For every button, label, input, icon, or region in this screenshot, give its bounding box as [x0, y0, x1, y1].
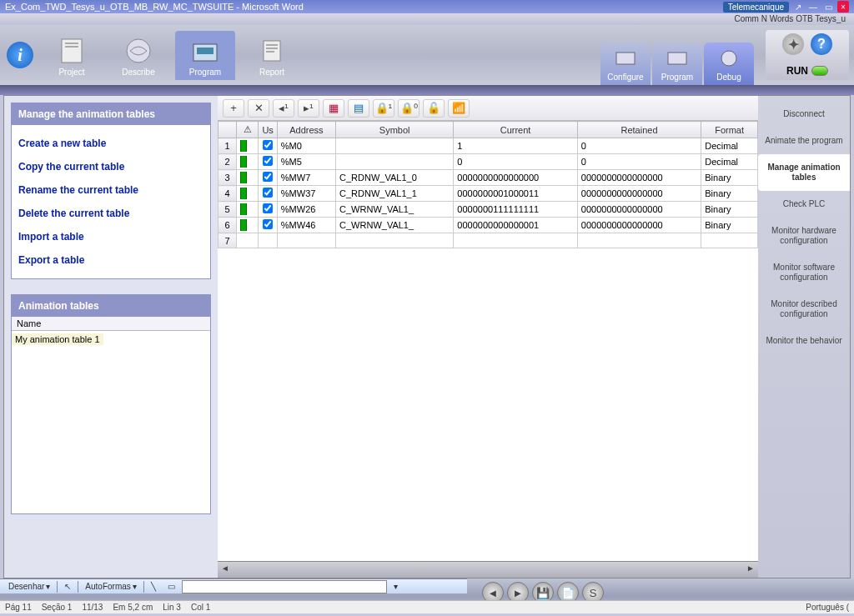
current-cell[interactable]: 0000000001000011 — [454, 186, 577, 202]
tab-configure[interactable]: Configure — [600, 43, 651, 85]
retained-cell[interactable]: 0000000000000000 — [577, 170, 701, 186]
retained-cell[interactable] — [577, 233, 701, 248]
rp-monitor-behavior[interactable]: Monitor the behavior — [758, 328, 850, 354]
address-cell[interactable]: %M0 — [277, 138, 335, 154]
row-number[interactable]: 4 — [219, 186, 237, 202]
row-number[interactable]: 5 — [219, 202, 237, 218]
rp-animate-program[interactable]: Animate the program — [758, 128, 850, 154]
col-us[interactable]: Us — [259, 122, 277, 138]
use-checkbox[interactable] — [259, 218, 277, 233]
use-checkbox[interactable] — [259, 202, 277, 218]
tab-debug[interactable]: Debug — [704, 43, 754, 85]
rp-monitor-described[interactable]: Monitor described configuration — [758, 291, 850, 328]
symbol-cell[interactable]: C_WRNW_VAL1_ — [336, 218, 454, 233]
maximize-icon[interactable]: ▭ — [822, 1, 834, 13]
prev-button[interactable]: ◂¹ — [273, 99, 294, 118]
retained-cell[interactable]: 0000000000000000 — [577, 186, 701, 202]
toggle-b-button[interactable]: ▤ — [348, 99, 369, 118]
table-row[interactable]: 4%MW37C_RDNW_VAL1_1000000000100001100000… — [219, 186, 758, 202]
lock0-button[interactable]: 🔒⁰ — [398, 99, 419, 118]
cmd-delete-table[interactable]: Delete the current table — [17, 202, 205, 225]
current-cell[interactable]: 0000000111111111 — [454, 202, 577, 218]
cmd-rename-table[interactable]: Rename the current table — [17, 178, 205, 202]
row-number[interactable]: 7 — [219, 233, 237, 248]
address-cell[interactable]: %MW46 — [277, 218, 335, 233]
nav-describe[interactable]: Describe — [108, 31, 168, 80]
col-format[interactable]: Format — [701, 122, 758, 138]
retained-cell[interactable]: 0 — [577, 154, 701, 170]
address-cell[interactable]: %MW7 — [277, 170, 335, 186]
use-checkbox[interactable] — [259, 186, 277, 202]
address-cell[interactable]: %MW26 — [277, 202, 335, 218]
col-current[interactable]: Current — [454, 122, 577, 138]
symbol-cell[interactable]: C_RDNW_VAL1_0 — [336, 170, 454, 186]
unlock-button[interactable]: 🔓 — [423, 99, 445, 118]
address-cell[interactable]: %MW37 — [277, 186, 335, 202]
line-tool-icon[interactable]: ╲ — [146, 582, 161, 591]
horizontal-scrollbar[interactable] — [218, 561, 758, 578]
col-rownum[interactable] — [219, 122, 237, 138]
cmd-import-table[interactable]: Import a table — [17, 225, 205, 248]
minimize-icon[interactable]: — — [807, 1, 819, 13]
tab-program[interactable]: Program — [652, 43, 702, 85]
delete-row-button[interactable]: ✕ — [248, 99, 269, 118]
rp-disconnect[interactable]: Disconnect — [758, 101, 850, 128]
col-address[interactable]: Address — [277, 122, 335, 138]
settings-button[interactable]: ✦ — [782, 33, 804, 55]
info-button[interactable]: i — [7, 42, 33, 68]
table-row[interactable]: 3%MW7C_RDNW_VAL1_00000000000000000000000… — [219, 170, 758, 186]
rp-monitor-sw[interactable]: Monitor software configuration — [758, 254, 850, 291]
current-cell[interactable]: 0 — [454, 154, 577, 170]
rp-manage-animation-tables[interactable]: Manage animation tables — [758, 154, 850, 191]
use-checkbox[interactable] — [259, 233, 277, 248]
format-cell[interactable] — [701, 233, 758, 248]
help-button[interactable]: ? — [811, 33, 832, 55]
use-checkbox[interactable] — [259, 170, 277, 186]
address-cell[interactable] — [277, 233, 335, 248]
animation-table-item[interactable]: My animation table 1 — [12, 333, 103, 345]
broadcast-button[interactable]: 📶 — [448, 99, 470, 118]
dropdown-icon[interactable]: ▾ — [389, 582, 403, 591]
retained-cell[interactable]: 0 — [577, 138, 701, 154]
col-warn[interactable]: ⚠ — [237, 122, 259, 138]
cmd-copy-table[interactable]: Copy the current table — [17, 155, 205, 178]
rp-monitor-hw[interactable]: Monitor hardware configuration — [758, 218, 850, 254]
address-cell[interactable]: %M5 — [277, 154, 335, 170]
name-column-header[interactable]: Name — [12, 317, 210, 331]
col-retained[interactable]: Retained — [577, 122, 701, 138]
close-icon[interactable]: × — [837, 1, 849, 13]
table-row[interactable]: 1%M010Decimal — [219, 138, 758, 154]
format-cell[interactable]: Binary — [701, 186, 758, 202]
retained-cell[interactable]: 0000000000000000 — [577, 202, 701, 218]
format-cell[interactable]: Binary — [701, 202, 758, 218]
rp-check-plc[interactable]: Check PLC — [758, 191, 850, 218]
symbol-cell[interactable] — [336, 154, 454, 170]
symbol-cell[interactable] — [336, 233, 454, 248]
row-number[interactable]: 6 — [219, 218, 237, 233]
toggle-a-button[interactable]: ▦ — [323, 99, 344, 118]
nav-program[interactable]: Program — [175, 31, 235, 80]
nav-project[interactable]: Project — [42, 31, 102, 80]
symbol-cell[interactable]: C_RDNW_VAL1_1 — [336, 186, 454, 202]
nav-report[interactable]: Report — [242, 31, 302, 80]
draw-menu[interactable]: Desenhar ▾ — [3, 582, 55, 591]
rect-tool-icon[interactable]: ▭ — [163, 582, 180, 591]
row-number[interactable]: 1 — [219, 138, 237, 154]
text-input[interactable] — [182, 580, 387, 593]
current-cell[interactable]: 0000000000000000 — [454, 170, 577, 186]
current-cell[interactable]: 0000000000000001 — [454, 218, 577, 233]
use-checkbox[interactable] — [259, 154, 277, 170]
format-cell[interactable]: Decimal — [701, 154, 758, 170]
pointer-tool-icon[interactable]: ↖ — [59, 582, 76, 591]
lock1-button[interactable]: 🔒¹ — [373, 99, 394, 118]
retained-cell[interactable]: 0000000000000000 — [577, 218, 701, 233]
symbol-cell[interactable] — [336, 138, 454, 154]
table-row[interactable]: 2%M500Decimal — [219, 154, 758, 170]
current-cell[interactable] — [454, 233, 577, 248]
table-row[interactable]: 6%MW46C_WRNW_VAL1_0000000000000001000000… — [219, 218, 758, 233]
cmd-create-table[interactable]: Create a new table — [17, 132, 205, 155]
table-row[interactable]: 7 — [219, 233, 758, 248]
next-button[interactable]: ▸¹ — [298, 99, 319, 118]
table-row[interactable]: 5%MW26C_WRNW_VAL1_0000000111111111000000… — [219, 202, 758, 218]
format-cell[interactable]: Decimal — [701, 138, 758, 154]
